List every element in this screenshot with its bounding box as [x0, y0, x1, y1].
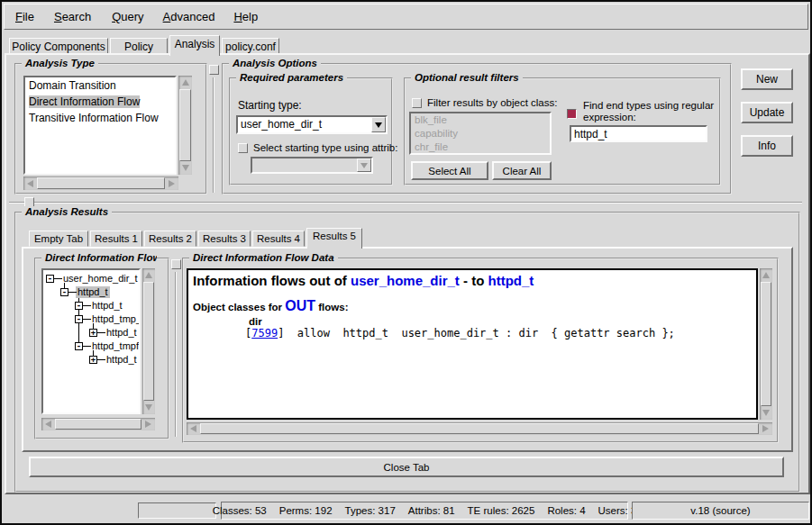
menu-bar: File Search Query Advanced Help: [4, 4, 808, 30]
results-sash-handle[interactable]: [171, 259, 181, 269]
list-item[interactable]: Domain Transition: [25, 77, 175, 94]
tab-empty[interactable]: Empty Tab: [29, 231, 88, 247]
tree-expand-icon[interactable]: +: [89, 356, 97, 364]
tree-node-label[interactable]: httpd_t: [105, 354, 139, 366]
starting-type-label: Starting type:: [238, 99, 302, 112]
tree-node-label[interactable]: httpd_t: [105, 327, 139, 339]
attrib-checkbox[interactable]: [238, 143, 248, 153]
regex-input[interactable]: [570, 125, 707, 142]
starting-type-combobox[interactable]: user_home_dir_t: [236, 115, 388, 134]
rule-id-link[interactable]: 7599: [251, 327, 278, 339]
tree-expand-icon[interactable]: -: [60, 288, 68, 296]
tree-vscrollbar[interactable]: [142, 268, 155, 414]
flow-tree: - user_home_dir_t - httpd_t - httpd_t - …: [41, 268, 141, 414]
object-classes-line: Object classes for OUT flows:: [193, 298, 752, 314]
tab-policy-components[interactable]: Policy Components: [9, 38, 108, 54]
menu-file[interactable]: File: [12, 8, 38, 25]
list-item[interactable]: Transitive Information Flow: [25, 110, 175, 126]
filter-object-class-label[interactable]: Filter results by object class:: [427, 97, 557, 108]
attrib-checkbox-label[interactable]: Select starting type using attrib:: [253, 142, 397, 153]
scroll-down-icon[interactable]: [179, 162, 191, 174]
regex-checkbox-label[interactable]: Find end types using regular expression:: [583, 100, 715, 123]
tree-expand-icon[interactable]: -: [46, 275, 54, 283]
stat-classes: Classes: 53: [213, 505, 267, 516]
scroll-right-icon[interactable]: [142, 419, 154, 430]
regex-checkbox[interactable]: [567, 109, 577, 119]
tree-node[interactable]: - httpd_tmpfs_t: [43, 339, 139, 353]
scroll-left-icon[interactable]: [24, 177, 36, 189]
tab-policy-rules[interactable]: Policy Rules: [110, 38, 168, 54]
list-item: capability: [411, 127, 550, 140]
menu-search[interactable]: Search: [50, 8, 95, 25]
tab-results-3[interactable]: Results 3: [198, 231, 251, 247]
scroll-down-icon[interactable]: [761, 407, 771, 419]
scroll-up-icon[interactable]: [179, 77, 191, 88]
scrollbar-thumb[interactable]: [143, 282, 154, 401]
scrollbar-thumb[interactable]: [37, 177, 165, 189]
tree-node[interactable]: - httpd_t: [43, 299, 139, 312]
clear-all-button[interactable]: Clear All: [492, 161, 552, 180]
tree-node-label[interactable]: httpd_t: [76, 286, 110, 298]
flow-data-text[interactable]: Information flows out of user_home_dir_t…: [187, 268, 758, 420]
optional-filters-title: Optional result filters: [411, 72, 523, 83]
scroll-down-icon[interactable]: [143, 402, 154, 413]
scroll-left-icon[interactable]: [187, 423, 199, 434]
tab-policy-conf[interactable]: policy.conf: [222, 38, 279, 54]
flow-header: Information flows out of user_home_dir_t…: [193, 273, 752, 288]
tab-results-2[interactable]: Results 2: [144, 231, 196, 247]
tree-node-label[interactable]: httpd_t: [90, 300, 124, 312]
object-class-name: dir: [249, 316, 752, 327]
tree-node[interactable]: + httpd_t: [43, 353, 139, 367]
tab-results-4[interactable]: Results 4: [252, 231, 305, 247]
data-hscrollbar[interactable]: [187, 422, 772, 435]
tree-node[interactable]: + httpd_t: [43, 326, 139, 339]
update-button[interactable]: Update: [741, 102, 793, 123]
menu-advanced[interactable]: Advanced: [160, 8, 219, 25]
scrollbar-thumb[interactable]: [200, 423, 759, 434]
status-empty-panel: [138, 502, 216, 519]
tree-expand-icon[interactable]: -: [75, 315, 83, 323]
tree-node-label[interactable]: httpd_tmp_t: [90, 313, 141, 325]
scroll-left-icon[interactable]: [42, 419, 54, 430]
close-tab-button[interactable]: Close Tab: [29, 457, 784, 477]
object-class-listbox: blk_file capability chr_file: [409, 112, 552, 155]
analysis-type-title: Analysis Type: [22, 58, 98, 68]
tab-analysis[interactable]: Analysis: [169, 35, 220, 56]
tree-node[interactable]: - httpd_tmp_t: [43, 312, 139, 326]
analysis-type-hscrollbar[interactable]: [23, 177, 178, 190]
analysis-options-title: Analysis Options: [229, 58, 321, 68]
dropdown-arrow-icon[interactable]: [371, 117, 386, 132]
scroll-up-icon[interactable]: [143, 269, 154, 281]
scrollbar-thumb[interactable]: [761, 282, 771, 406]
tree-node[interactable]: - user_home_dir_t: [43, 272, 139, 285]
scroll-up-icon[interactable]: [761, 269, 771, 281]
scroll-right-icon[interactable]: [760, 423, 771, 434]
list-item-selected[interactable]: Direct Information Flow: [25, 94, 175, 110]
tree-hscrollbar[interactable]: [41, 418, 155, 430]
data-vscrollbar[interactable]: [760, 268, 772, 420]
vertical-sash-handle[interactable]: [209, 65, 219, 75]
stat-types: Types: 317: [345, 505, 396, 516]
filter-object-class-checkbox[interactable]: [412, 98, 422, 108]
select-all-button[interactable]: Select All: [411, 161, 488, 180]
menu-help[interactable]: Help: [230, 8, 261, 25]
scrollbar-thumb[interactable]: [179, 89, 191, 161]
menu-query[interactable]: Query: [108, 8, 147, 25]
tree-expand-icon[interactable]: -: [75, 342, 83, 350]
tab-results-1[interactable]: Results 1: [90, 231, 142, 247]
tab-results-5[interactable]: Results 5: [306, 228, 362, 249]
tree-node-label[interactable]: httpd_tmpfs_t: [90, 340, 141, 352]
tree-node-label[interactable]: user_home_dir_t: [61, 273, 140, 285]
scrollbar-thumb[interactable]: [55, 419, 141, 430]
stat-users: Users: 3: [598, 505, 637, 516]
analysis-type-vscrollbar[interactable]: [178, 76, 192, 175]
new-button[interactable]: New: [741, 68, 793, 90]
info-button[interactable]: Info: [741, 135, 793, 157]
tree-node-selected[interactable]: - httpd_t: [43, 285, 139, 299]
stat-perms: Perms: 192: [279, 505, 333, 516]
tree-expand-icon[interactable]: +: [89, 329, 97, 337]
scroll-right-icon[interactable]: [166, 177, 178, 189]
stat-attribs: Attribs: 81: [408, 505, 455, 516]
analysis-results-title: Analysis Results: [22, 206, 112, 217]
tree-expand-icon[interactable]: -: [75, 302, 83, 310]
